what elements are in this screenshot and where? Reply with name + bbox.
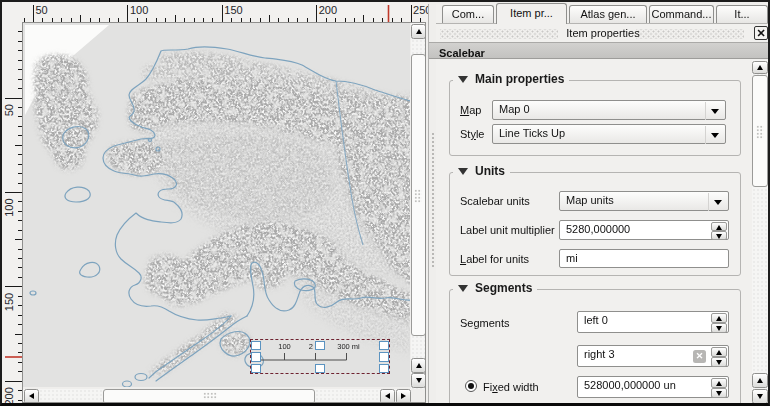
svg-text:50: 50 <box>36 4 48 16</box>
svg-text:50: 50 <box>3 104 15 116</box>
svg-text:200: 200 <box>319 4 337 16</box>
svg-text:150: 150 <box>3 293 15 311</box>
svg-text:250: 250 <box>413 4 428 16</box>
svg-text:100: 100 <box>3 198 15 216</box>
svg-text:200: 200 <box>3 387 15 403</box>
svg-text:150: 150 <box>224 4 242 16</box>
svg-text:100: 100 <box>130 4 148 16</box>
